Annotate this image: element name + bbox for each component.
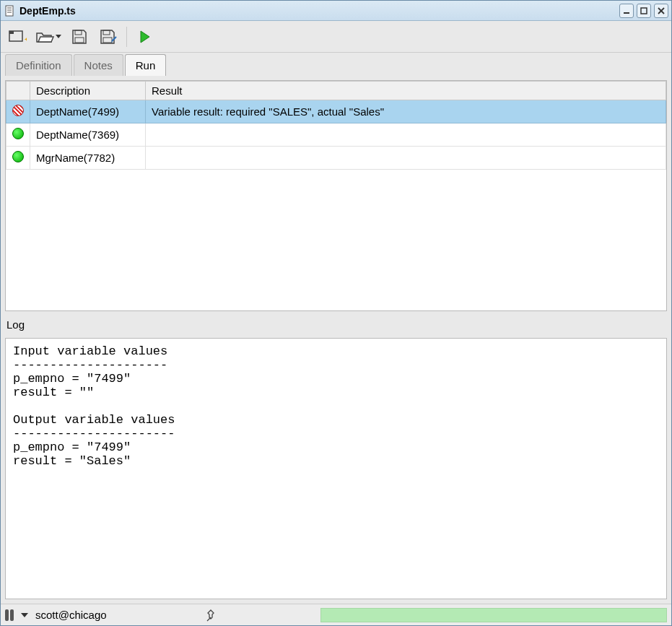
tab-definition[interactable]: Definition [5, 54, 72, 76]
table-row[interactable]: DeptName(7499)Variable result: required … [6, 100, 666, 123]
fail-icon [12, 105, 24, 116]
save-as-button[interactable] [97, 26, 119, 48]
progress-bar [320, 608, 667, 622]
save-button[interactable] [69, 26, 90, 48]
svg-marker-15 [141, 31, 149, 43]
activity-icon [5, 609, 14, 621]
table-row[interactable]: MgrName(7782) [6, 147, 666, 170]
pin-icon [204, 609, 217, 622]
svg-rect-9 [9, 31, 14, 34]
result-cell [146, 123, 666, 147]
status-cell [6, 100, 30, 123]
results-grid: Description Result DeptName(7499)Variabl… [5, 80, 667, 311]
toolbar: ✦ [1, 21, 671, 53]
status-cell [6, 123, 30, 147]
description-cell: DeptName(7369) [30, 123, 146, 147]
run-button[interactable] [134, 26, 156, 48]
chevron-down-icon [56, 35, 61, 38]
status-cell [6, 147, 30, 170]
result-cell [146, 147, 666, 170]
new-tab-icon: ✦ [8, 29, 27, 45]
connection-label[interactable]: scott@chicago [35, 609, 107, 621]
pass-icon [12, 151, 24, 162]
description-cell: DeptName(7499) [30, 100, 146, 123]
folder-open-icon [35, 29, 54, 45]
svg-rect-0 [6, 6, 13, 16]
svg-rect-14 [103, 38, 112, 43]
svg-rect-5 [641, 8, 647, 14]
results-table: Description Result DeptName(7499)Variabl… [6, 81, 666, 170]
titlebar: DeptEmp.ts [1, 1, 671, 21]
new-button[interactable]: ✦ [6, 26, 28, 48]
tab-notes[interactable]: Notes [74, 54, 123, 76]
close-button[interactable] [654, 4, 668, 18]
play-icon [138, 30, 152, 44]
log-output[interactable]: Input variable values ------------------… [5, 338, 667, 599]
window-buttons [619, 4, 668, 18]
svg-rect-11 [75, 30, 82, 35]
description-cell: MgrName(7782) [30, 147, 146, 170]
col-description[interactable]: Description [30, 82, 146, 100]
minimize-button[interactable] [619, 4, 634, 18]
window-title: DeptEmp.ts [19, 5, 619, 17]
app-window: DeptEmp.ts ✦ Definition Notes Run [0, 0, 672, 626]
statusbar: scott@chicago [1, 604, 671, 625]
save-icon [71, 28, 88, 45]
result-cell: Variable result: required "SALES", actua… [146, 100, 666, 123]
toolbar-separator [126, 27, 127, 47]
maximize-button[interactable] [637, 4, 651, 18]
log-label: Log [5, 318, 667, 331]
svg-line-16 [207, 617, 211, 621]
tab-run[interactable]: Run [125, 54, 167, 76]
col-result[interactable]: Result [146, 82, 666, 100]
tabstrip: Definition Notes Run [1, 53, 671, 76]
run-panel: Description Result DeptName(7499)Variabl… [1, 76, 671, 604]
chevron-down-icon[interactable] [21, 613, 28, 617]
pass-icon [12, 128, 24, 139]
svg-text:✦: ✦ [24, 35, 27, 43]
svg-rect-13 [103, 30, 110, 35]
pin-button[interactable] [204, 609, 217, 622]
svg-rect-12 [75, 38, 84, 43]
col-status[interactable] [6, 82, 30, 100]
save-edit-icon [99, 28, 118, 45]
table-row[interactable]: DeptName(7369) [6, 123, 666, 147]
file-icon [4, 5, 15, 17]
open-button[interactable] [35, 29, 61, 45]
